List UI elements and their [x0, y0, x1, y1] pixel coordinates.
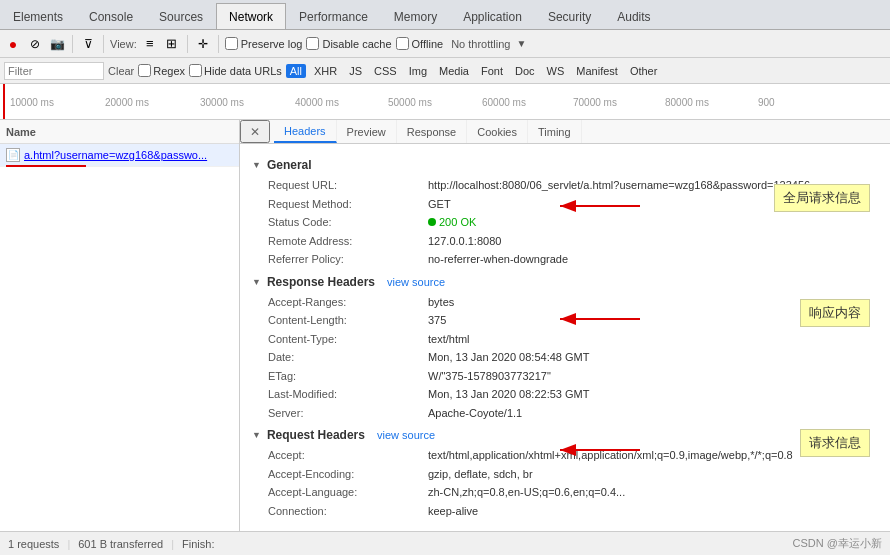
move-button[interactable]: ✛ — [194, 35, 212, 53]
detail-row-content-type: Content-Type: text/html — [252, 330, 878, 349]
disable-cache-checkbox[interactable] — [306, 37, 319, 50]
view-label: View: — [110, 38, 137, 50]
status-transferred: 601 B transferred — [78, 538, 163, 550]
detail-row-referrer: Referrer Policy: no-referrer-when-downgr… — [252, 250, 878, 269]
request-name[interactable]: a.html?username=wzg168&passwo... — [24, 149, 233, 161]
disable-cache-text: Disable cache — [322, 38, 391, 50]
hide-data-urls-checkbox[interactable] — [189, 64, 202, 77]
filter-input[interactable] — [4, 62, 104, 80]
detail-val-status: 200 OK — [428, 214, 476, 231]
tab-cookies[interactable]: Cookies — [467, 120, 528, 143]
view-source-request-link[interactable]: view source — [377, 429, 435, 441]
regex-label[interactable]: Regex — [138, 64, 185, 77]
filter-manifest-button[interactable]: Manifest — [572, 64, 622, 78]
tab-memory[interactable]: Memory — [381, 3, 450, 29]
detail-val-etag: W/"375-1578903773217" — [428, 368, 551, 385]
record-button[interactable]: ● — [4, 35, 22, 53]
detail-val-url: http://localhost:8080/06_servlet/a.html?… — [428, 177, 810, 194]
request-underline-bar — [6, 165, 86, 167]
hide-data-urls-label[interactable]: Hide data URLs — [189, 64, 282, 77]
tab-security[interactable]: Security — [535, 3, 604, 29]
filter-doc-button[interactable]: Doc — [511, 64, 539, 78]
close-details-button[interactable]: ✕ — [240, 120, 270, 143]
filter-css-button[interactable]: CSS — [370, 64, 401, 78]
regex-checkbox[interactable] — [138, 64, 151, 77]
hide-data-urls-text: Hide data URLs — [204, 65, 282, 77]
filter-button[interactable]: ⊽ — [79, 35, 97, 53]
tab-application[interactable]: Application — [450, 3, 535, 29]
devtools-tabs: Elements Console Sources Network Perform… — [0, 0, 890, 30]
offline-checkbox[interactable] — [396, 37, 409, 50]
detail-val-remote: 127.0.0.1:8080 — [428, 233, 501, 250]
tab-preview[interactable]: Preview — [337, 120, 397, 143]
detail-val-method: GET — [428, 196, 451, 213]
detail-row-etag: ETag: W/"375-1578903773217" — [252, 367, 878, 386]
detail-key-method: Request Method: — [268, 196, 428, 213]
filter-other-button[interactable]: Other — [626, 64, 662, 78]
response-headers-section-header: Response Headers view source — [252, 275, 878, 289]
details-tabs: ✕ Headers Preview Response Cookies Timin… — [240, 120, 890, 144]
detail-row-date: Date: Mon, 13 Jan 2020 08:54:48 GMT — [252, 348, 878, 367]
tab-sources[interactable]: Sources — [146, 3, 216, 29]
detail-row-accept-ranges: Accept-Ranges: bytes — [252, 293, 878, 312]
view-source-response-link[interactable]: view source — [387, 276, 445, 288]
requests-panel: Name 📄 a.html?username=wzg168&passwo... — [0, 120, 240, 531]
separator-2 — [103, 35, 104, 53]
throttling-arrow[interactable]: ▼ — [516, 38, 526, 49]
list-item[interactable]: 📄 a.html?username=wzg168&passwo... — [0, 144, 239, 167]
large-view-button[interactable]: ⊞ — [163, 35, 181, 53]
detail-key-status: Status Code: — [268, 214, 428, 231]
preserve-log-label[interactable]: Preserve log — [225, 37, 303, 50]
filter-xhr-button[interactable]: XHR — [310, 64, 341, 78]
detail-val-connection: keep-alive — [428, 503, 478, 520]
detail-val-date: Mon, 13 Jan 2020 08:54:48 GMT — [428, 349, 589, 366]
tab-console[interactable]: Console — [76, 3, 146, 29]
timeline-labels: 10000 ms 20000 ms 30000 ms 40000 ms 5000… — [0, 84, 890, 120]
throttling-text: No throttling — [451, 38, 510, 50]
offline-label[interactable]: Offline — [396, 37, 444, 50]
disable-cache-label[interactable]: Disable cache — [306, 37, 391, 50]
tab-elements[interactable]: Elements — [0, 3, 76, 29]
detail-val-content-type: text/html — [428, 331, 470, 348]
tab-headers[interactable]: Headers — [274, 120, 337, 143]
stop-button[interactable]: ⊘ — [26, 35, 44, 53]
list-view-button[interactable]: ≡ — [141, 35, 159, 53]
status-text: 200 OK — [439, 214, 476, 231]
tab-response[interactable]: Response — [397, 120, 468, 143]
requests-header-label: Name — [6, 126, 36, 138]
tab-performance[interactable]: Performance — [286, 3, 381, 29]
offline-text: Offline — [412, 38, 444, 50]
detail-key-content-length: Content-Length: — [268, 312, 428, 329]
tab-network[interactable]: Network — [216, 3, 286, 29]
timeline-label-8: 80000 ms — [665, 97, 709, 108]
request-headers-section-header: Request Headers view source — [252, 428, 878, 442]
tab-audits[interactable]: Audits — [604, 3, 663, 29]
annotation-box-1: 全局请求信息 — [774, 184, 870, 212]
status-finish: Finish: — [182, 538, 214, 550]
clear-button[interactable]: Clear — [108, 65, 134, 77]
timeline-label-1: 10000 ms — [10, 97, 54, 108]
detail-row-connection: Connection: keep-alive — [252, 502, 878, 521]
timeline-label-6: 60000 ms — [482, 97, 526, 108]
preserve-log-text: Preserve log — [241, 38, 303, 50]
detail-key-accept-language: Accept-Language: — [268, 484, 428, 501]
detail-key-date: Date: — [268, 349, 428, 366]
detail-key-remote: Remote Address: — [268, 233, 428, 250]
detail-key-accept: Accept: — [268, 447, 428, 464]
timeline-label-2: 20000 ms — [105, 97, 149, 108]
detail-val-referrer: no-referrer-when-downgrade — [428, 251, 568, 268]
filter-media-button[interactable]: Media — [435, 64, 473, 78]
filter-js-button[interactable]: JS — [345, 64, 366, 78]
filter-font-button[interactable]: Font — [477, 64, 507, 78]
request-file-icon: 📄 — [6, 148, 20, 162]
filter-img-button[interactable]: Img — [405, 64, 431, 78]
detail-key-server: Server: — [268, 405, 428, 422]
timeline-label-3: 30000 ms — [200, 97, 244, 108]
detail-val-accept-encoding: gzip, deflate, sdch, br — [428, 466, 533, 483]
preserve-log-checkbox[interactable] — [225, 37, 238, 50]
filter-all-button[interactable]: All — [286, 64, 306, 78]
filter-ws-button[interactable]: WS — [543, 64, 569, 78]
camera-button[interactable]: 📷 — [48, 35, 66, 53]
filter-row: Clear Regex Hide data URLs All XHR JS CS… — [0, 58, 890, 84]
tab-timing[interactable]: Timing — [528, 120, 582, 143]
